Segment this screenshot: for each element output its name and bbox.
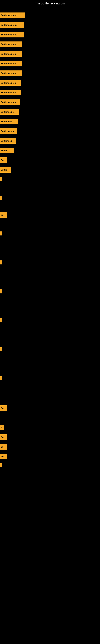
bar-label: Bottleneck res (0, 72, 16, 74)
bar-item: Bo (0, 158, 7, 163)
bar-item: Bottleneck resu (0, 32, 24, 38)
bar-item: Bottlen (0, 148, 14, 153)
bar-label: Bottleneck res (0, 82, 16, 84)
bar-item (0, 290, 1, 294)
bar-label: Bottleneck res (0, 91, 16, 94)
bar-label: Bottleneck res (0, 53, 16, 55)
bar-item: Bottleneck re (0, 109, 19, 115)
bar-item: Bottle (0, 167, 11, 173)
bar-label: Bo (0, 436, 4, 438)
bar-label: Bottleneck res (0, 101, 16, 104)
bar-label: Bottleneck resu (0, 43, 18, 46)
bar-item: Bottleneck res (0, 90, 21, 96)
bar-item (0, 376, 1, 380)
bar-item (0, 196, 1, 200)
bar-item: Bo (0, 434, 7, 440)
bar-label: Bottleneck resu (0, 14, 18, 16)
bar-label: Bo (0, 407, 4, 409)
bar-label: Bottleneck r (0, 120, 14, 123)
bar-item: Bo (0, 405, 7, 411)
bar-label: Bottleneck resu (0, 24, 18, 26)
bar-item: Bottleneck resu (0, 22, 24, 28)
bar-item: Bottleneck res (0, 61, 22, 66)
bar-label: Bo (0, 214, 4, 216)
bar-item (0, 347, 1, 352)
bar-item: Bottleneck re (0, 128, 17, 134)
bar-item: Bottleneck r (0, 119, 18, 124)
bar-item: B (0, 425, 4, 430)
bar-item (0, 318, 1, 322)
bar-label: Bot (0, 455, 5, 458)
bar-label: Bottleneck res (0, 62, 16, 65)
bar-item (0, 463, 1, 467)
bar-label: Bottleneck r (0, 140, 14, 142)
bar-item: Bottleneck resu (0, 42, 22, 47)
bar-item: Bottleneck res (0, 51, 22, 57)
bar-item (0, 260, 1, 264)
bar-label: Bottleneck re (0, 111, 15, 113)
bar-label: Bottleneck resu (0, 34, 18, 36)
bar-item (0, 232, 1, 236)
bar-item: Bottleneck res (0, 70, 22, 76)
bar-label: Bo (0, 159, 4, 162)
bar-item: Bottleneck r (0, 138, 16, 144)
bar-label: Bottleneck re (0, 130, 15, 132)
bar-label: Bottlen (0, 149, 9, 152)
bar-label: Bottle (0, 169, 7, 171)
site-title: TheBottlenecker.com (0, 0, 100, 7)
bar-item: Bottleneck resu (0, 12, 25, 18)
bar-label: B (0, 426, 3, 429)
bar-label: Bo (0, 446, 4, 448)
bar-item: Bot (0, 454, 7, 459)
bar-item: Bottleneck res (0, 100, 20, 105)
bar-item (0, 177, 1, 181)
bar-item: Bottleneck res (0, 80, 21, 86)
bar-item: Bo (0, 444, 7, 450)
bar-item: Bo (0, 212, 7, 218)
